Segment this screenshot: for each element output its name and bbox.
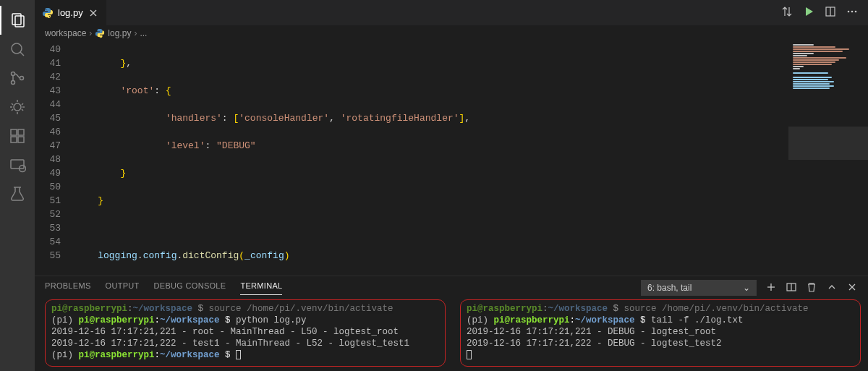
breadcrumb-more[interactable]: ...: [140, 28, 147, 38]
code-editor[interactable]: 40414243 44454647 48495051 52535455 }, '…: [35, 41, 868, 276]
split-editor-icon[interactable]: [825, 6, 836, 20]
breadcrumb-root[interactable]: workspace: [45, 28, 86, 38]
kill-terminal-icon[interactable]: [806, 281, 817, 294]
svg-rect-11: [18, 137, 24, 142]
more-icon[interactable]: [846, 6, 858, 20]
close-panel-icon[interactable]: [846, 281, 858, 294]
terminal-selector[interactable]: 6: bash, tail ⌄: [641, 280, 757, 296]
panel-tab-terminal[interactable]: TERMINAL: [240, 281, 282, 295]
svg-point-5: [12, 81, 15, 85]
code-content[interactable]: }, 'root': { 'handlers': ['consoleHandle…: [75, 41, 868, 276]
terminal-cursor: [467, 350, 472, 359]
chevron-right-icon: ›: [134, 28, 137, 38]
split-terminal-icon[interactable]: [786, 281, 797, 294]
breadcrumb[interactable]: workspace › log.py › ...: [35, 25, 868, 41]
bottom-panel: PROBLEMS OUTPUT DEBUG CONSOLE TERMINAL 6…: [35, 276, 868, 371]
activity-bar: [0, 0, 35, 371]
terminal-output-line: 2019-12-16 17:17:21,222 - DEBUG - logtes…: [467, 338, 854, 349]
panel-tabs: PROBLEMS OUTPUT DEBUG CONSOLE TERMINAL 6…: [35, 276, 868, 299]
search-icon[interactable]: [0, 35, 35, 64]
terminal-selector-label: 6: bash, tail: [647, 283, 692, 293]
svg-point-4: [12, 72, 15, 76]
tabs: log.py: [35, 0, 107, 25]
line-gutter: 40414243 44454647 48495051 52535455: [35, 41, 75, 276]
tab-log-py[interactable]: log.py: [35, 0, 107, 25]
maximize-panel-icon[interactable]: [826, 281, 838, 294]
editor-actions: [781, 0, 868, 25]
svg-rect-12: [11, 160, 24, 169]
svg-point-6: [20, 77, 24, 80]
svg-point-7: [14, 103, 21, 111]
minimap-viewport[interactable]: [788, 127, 868, 160]
svg-line-3: [20, 52, 24, 56]
compare-icon[interactable]: [781, 6, 793, 20]
remote-icon[interactable]: [0, 150, 35, 179]
terminal-area[interactable]: pi@raspberrypi:~/workspace $ source /hom…: [35, 299, 868, 371]
run-icon[interactable]: [803, 6, 814, 20]
panel-tab-problems[interactable]: PROBLEMS: [45, 281, 91, 295]
svg-rect-9: [18, 129, 24, 135]
chevron-right-icon: ›: [89, 28, 92, 38]
breadcrumb-file[interactable]: log.py: [108, 28, 131, 38]
svg-point-2: [12, 43, 22, 54]
svg-point-20: [855, 11, 857, 13]
terminal-cursor: [236, 350, 241, 359]
svg-point-19: [851, 11, 854, 13]
extensions-icon[interactable]: [0, 121, 35, 150]
close-icon[interactable]: [88, 7, 99, 19]
main-area: log.py workspace › log.py › ... 40414243…: [35, 0, 868, 371]
svg-rect-10: [11, 137, 17, 142]
terminal-output-line: 2019-12-16 17:17:21,222 - test1 - MainTh…: [51, 338, 439, 349]
source-control-icon[interactable]: [0, 64, 35, 93]
new-terminal-icon[interactable]: [765, 281, 777, 294]
svg-point-18: [848, 11, 850, 13]
panel-tab-debug[interactable]: DEBUG CONSOLE: [154, 281, 226, 295]
terminal-output-line: 2019-12-16 17:17:21,221 - root - MainThr…: [51, 326, 439, 338]
testing-icon[interactable]: [0, 179, 35, 208]
terminal-output-line: 2019-12-16 17:17:21,221 - DEBUG - logtes…: [467, 326, 854, 338]
python-file-icon: [95, 28, 105, 38]
svg-rect-8: [11, 129, 17, 135]
panel-actions: 6: bash, tail ⌄: [641, 280, 858, 296]
chevron-down-icon: ⌄: [743, 283, 750, 293]
tabs-row: log.py: [35, 0, 868, 25]
tab-label: log.py: [58, 7, 83, 18]
terminal-pane-left[interactable]: pi@raspberrypi:~/workspace $ source /hom…: [45, 299, 446, 367]
python-file-icon: [42, 7, 54, 19]
panel-tab-output[interactable]: OUTPUT: [106, 281, 140, 295]
minimap[interactable]: [788, 41, 868, 276]
explorer-icon[interactable]: [0, 6, 35, 35]
terminal-pane-right[interactable]: pi@raspberrypi:~/workspace $ source /hom…: [460, 299, 861, 367]
debug-icon[interactable]: [0, 93, 35, 121]
